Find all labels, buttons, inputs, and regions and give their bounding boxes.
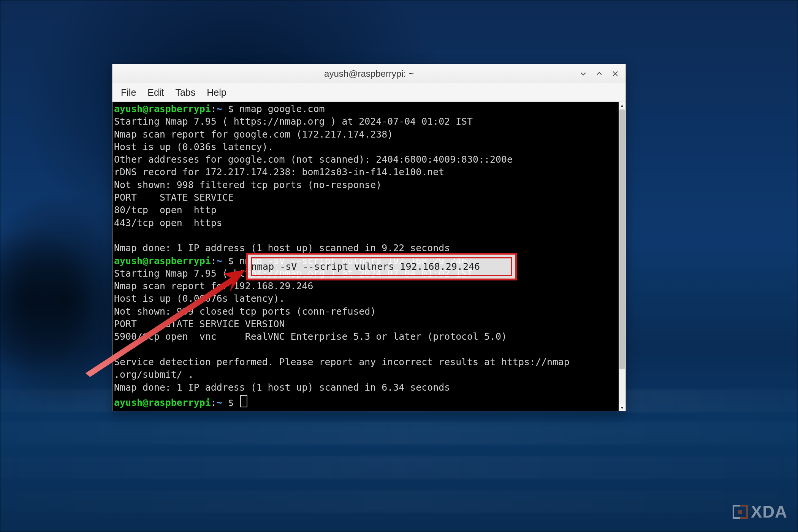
prompt-path: ~ — [217, 397, 222, 408]
prompt-path: ~ — [217, 255, 222, 266]
output-line: Nmap done: 1 IP address (1 host up) scan… — [114, 242, 450, 253]
watermark-logo: XDA — [733, 502, 787, 521]
scroll-thumb[interactable] — [619, 109, 625, 369]
output-line: Nmap done: 1 IP address (1 host up) scan… — [114, 382, 450, 393]
menu-file[interactable]: File — [116, 85, 141, 100]
terminal-output[interactable]: ayush@raspberrypi:~ $ nmap google.com St… — [112, 102, 619, 411]
menu-edit[interactable]: Edit — [142, 85, 169, 100]
prompt-user-host: ayush@raspberrypi — [114, 103, 211, 114]
prompt-path: ~ — [217, 103, 222, 114]
output-line: Starting Nmap 7.95 ( https://nmap.org ) … — [114, 268, 473, 279]
output-line: 80/tcp open http — [114, 204, 217, 215]
command-1: nmap google.com — [239, 103, 325, 114]
output-line: PORT STATE SERVICE — [114, 192, 234, 203]
menu-help[interactable]: Help — [201, 85, 231, 100]
terminal-scrollbar[interactable]: ▴ ▾ — [619, 102, 625, 411]
maximize-button[interactable] — [592, 66, 606, 81]
close-button[interactable] — [608, 66, 622, 81]
output-line: .org/submit/ . — [114, 369, 194, 380]
cursor-icon — [240, 395, 247, 407]
menu-tabs[interactable]: Tabs — [170, 85, 201, 100]
prompt-user-host: ayush@raspberrypi — [114, 255, 211, 266]
output-line: Nmap scan report for 192.168.29.246 — [114, 280, 314, 291]
output-line: rDNS record for 172.217.174.238: bom12s0… — [114, 166, 444, 177]
output-line: 5900/tcp open vnc RealVNC Enterprise 5.3… — [114, 331, 507, 342]
output-line: Other addresses for google.com (not scan… — [114, 154, 513, 165]
minimize-button[interactable] — [576, 66, 591, 81]
output-line: Service detection performed. Please repo… — [114, 356, 570, 367]
output-line: Nmap scan report for google.com (172.217… — [114, 129, 393, 140]
output-line: Starting Nmap 7.95 ( https://nmap.org ) … — [114, 116, 473, 127]
output-line: Not shown: 999 closed tcp ports (conn-re… — [114, 306, 376, 317]
prompt-user-host: ayush@raspberrypi — [114, 397, 211, 408]
prompt-sep: : — [211, 397, 217, 408]
output-line: Host is up (0.036s latency). — [114, 141, 274, 152]
window-title: ayush@raspberrypi: ~ — [112, 68, 625, 79]
scroll-up-icon[interactable]: ▴ — [619, 102, 625, 109]
prompt-dollar: $ — [222, 255, 239, 266]
command-2: nmap -sV --script vulners 192.168.29.246 — [239, 255, 467, 266]
menubar: File Edit Tabs Help — [112, 83, 625, 102]
terminal-window: ayush@raspberrypi: ~ File Edit Tabs Help… — [112, 64, 626, 411]
prompt-sep: : — [211, 255, 217, 266]
output-line: 443/tcp open https — [114, 217, 222, 228]
scroll-down-icon[interactable]: ▾ — [619, 404, 625, 411]
output-line: Not shown: 998 filtered tcp ports (no-re… — [114, 179, 382, 190]
output-line: Host is up (0.00076s latency). — [114, 293, 285, 304]
output-line: PORT STATE SERVICE VERSION — [114, 318, 285, 329]
watermark-text: XDA — [751, 502, 787, 521]
prompt-sep: : — [211, 103, 217, 114]
prompt-dollar: $ — [222, 397, 239, 408]
window-titlebar[interactable]: ayush@raspberrypi: ~ — [112, 64, 625, 83]
prompt-dollar: $ — [222, 103, 239, 114]
